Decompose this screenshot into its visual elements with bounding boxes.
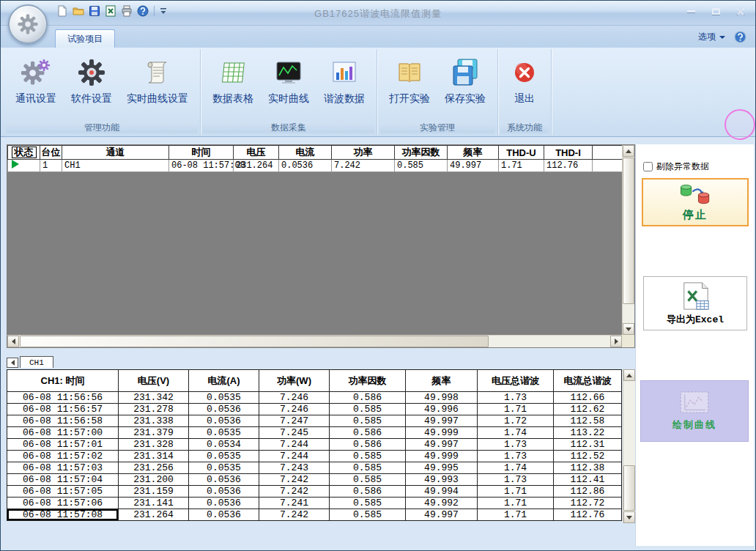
history-row[interactable]: 06-08 11:57:02231.3140.05357.2440.58549.… (7, 451, 622, 462)
live-channel-cell: CH1 (62, 160, 169, 172)
exclude-abnormal-checkbox[interactable] (643, 162, 653, 171)
button-label: 实时曲线 (268, 92, 309, 106)
history-row[interactable]: 06-08 11:57:01231.3280.05347.2440.58649.… (7, 439, 622, 451)
save-experiment-icon (451, 58, 480, 87)
application-menu-button[interactable] (8, 4, 48, 44)
scroll-right-button[interactable] (610, 336, 622, 347)
history-row[interactable]: 06-08 11:57:05231.1590.05367.2420.58649.… (7, 486, 622, 498)
history-value-cell: 0.585 (330, 451, 406, 462)
scroll-down-button[interactable] (623, 511, 635, 523)
live-horizontal-scrollbar[interactable] (7, 335, 622, 347)
realtime-curve-button[interactable]: 实时曲线 (261, 52, 316, 108)
ribbon-group-data-collection: 数据表格 实时曲线 谐波数据 (201, 49, 377, 135)
history-col-current-thd[interactable]: 电流总谐波 (554, 370, 622, 392)
history-value-cell: 0.0535 (189, 392, 259, 404)
curve-settings-icon (143, 58, 172, 87)
software-settings-button[interactable]: 软件设置 (64, 52, 119, 108)
group-label: 数据采集 (203, 122, 374, 133)
channel-tab-label: CH1 (29, 358, 44, 367)
curve-settings-button[interactable]: 实时曲线设置 (119, 52, 196, 108)
minimize-button[interactable] (682, 5, 700, 18)
live-row[interactable]: 1 CH1 06-08 11:57:08 231.264 0.0536 7.24… (8, 160, 623, 172)
history-col-power-factor[interactable]: 功率因数 (330, 370, 406, 392)
ribbon-tab-row: 试验项目 选项 (1, 26, 755, 48)
harmonic-data-icon (330, 58, 359, 87)
live-vertical-scrollbar[interactable] (622, 145, 634, 335)
live-col-status[interactable]: 状态 (8, 146, 40, 160)
scrollbar-thumb[interactable] (20, 336, 489, 347)
history-row[interactable]: 06-08 11:57:06231.1410.05367.2410.58549.… (7, 498, 622, 509)
history-value-cell: 231.314 (119, 451, 189, 462)
live-col-power[interactable]: 功率 (332, 146, 395, 160)
history-col-power[interactable]: 功率(W) (259, 370, 330, 392)
history-row[interactable]: 06-08 11:57:00231.3790.05357.2450.58649.… (7, 427, 622, 439)
draw-curve-icon (679, 391, 710, 414)
scrollbar-thumb[interactable] (623, 158, 634, 304)
export-excel-button[interactable]: 导出为Excel (643, 276, 747, 330)
history-value-cell: 0.0536 (189, 509, 259, 521)
data-table-button[interactable]: 数据表格 (205, 52, 261, 108)
channel-tab-ch1[interactable]: CH1 (20, 356, 53, 368)
software-settings-icon (77, 58, 106, 87)
draw-curve-button[interactable]: 绘制曲线 (640, 380, 749, 442)
excel-document-icon (678, 281, 712, 311)
exit-button[interactable]: 退出 (503, 52, 546, 108)
draw-curve-label: 绘制曲线 (672, 418, 716, 432)
realtime-curve-icon (274, 58, 303, 87)
history-time-cell: 06-08 11:57:01 (7, 439, 119, 451)
tabrow-right: 选项 (698, 29, 748, 45)
history-row[interactable]: 06-08 11:57:03231.2560.05357.2430.58549.… (7, 462, 622, 474)
live-col-current[interactable]: 电流 (279, 146, 332, 160)
history-value-cell: 1.74 (478, 462, 554, 474)
history-vertical-scrollbar[interactable] (623, 369, 635, 523)
scrollbar-thumb[interactable] (623, 465, 635, 511)
scroll-left-button[interactable] (7, 336, 19, 347)
history-row[interactable]: 06-08 11:57:04231.2000.05367.2420.58549.… (7, 474, 622, 486)
live-col-channel[interactable]: 通道 (62, 146, 169, 160)
live-col-power-factor[interactable]: 功率因数 (395, 146, 448, 160)
scroll-up-button[interactable] (623, 145, 634, 157)
live-col-frequency[interactable]: 频率 (448, 146, 499, 160)
live-filler-cell (593, 160, 623, 172)
arrow-up-icon (626, 149, 631, 153)
arrow-down-icon (626, 516, 632, 519)
history-col-voltage[interactable]: 电压(V) (119, 370, 189, 392)
scroll-down-button[interactable] (623, 323, 634, 335)
history-value-cell: 231.264 (119, 509, 189, 521)
group-label: 实验管理 (379, 122, 495, 133)
live-col-thd-u[interactable]: THD-U (499, 146, 544, 160)
options-menu-button[interactable]: 选项 (698, 31, 725, 43)
harmonic-data-button[interactable]: 谐波数据 (316, 52, 372, 108)
history-col-current[interactable]: 电流(A) (189, 370, 259, 392)
button-label: 实时曲线设置 (127, 92, 188, 106)
history-col-voltage-thd[interactable]: 电压总谐波 (478, 370, 554, 392)
close-button[interactable] (732, 5, 749, 18)
save-experiment-button[interactable]: 保存实验 (437, 52, 493, 108)
live-col-time[interactable]: 时间 (169, 146, 234, 160)
scroll-up-button[interactable] (623, 369, 635, 381)
history-row[interactable]: 06-08 11:57:08231.2640.05367.2420.58549.… (7, 509, 622, 521)
button-label: 谐波数据 (324, 92, 365, 106)
live-col-thd-i[interactable]: THD-I (544, 146, 593, 160)
history-value-cell: 49.998 (406, 392, 478, 404)
open-experiment-button[interactable]: 打开实验 (382, 52, 437, 108)
tab-test-project[interactable]: 试验项目 (55, 29, 115, 48)
tab-scroll-button[interactable] (7, 358, 18, 368)
maximize-button[interactable] (707, 5, 724, 18)
stop-button[interactable]: 停止 (642, 178, 749, 226)
history-row[interactable]: 06-08 11:56:56231.3420.05357.2460.58649.… (7, 392, 622, 404)
history-value-cell: 49.999 (406, 427, 478, 439)
history-value-cell: 0.585 (330, 462, 406, 474)
live-col-station[interactable]: 台位 (40, 146, 62, 160)
live-col-voltage[interactable]: 电压 (234, 146, 279, 160)
history-col-time[interactable]: CH1: 时间 (7, 370, 119, 392)
ribbon: 通讯设置 软件设置 实时曲线设置 管理功能 (1, 48, 755, 137)
history-value-cell: 113.22 (554, 427, 622, 439)
history-value-cell: 49.996 (406, 404, 478, 415)
history-row[interactable]: 06-08 11:56:58231.3380.05367.2470.58549.… (7, 415, 622, 427)
history-col-frequency[interactable]: 频率 (406, 370, 478, 392)
history-value-cell: 112.52 (554, 451, 622, 462)
comm-settings-button[interactable]: 通讯设置 (8, 52, 64, 108)
ribbon-help-button[interactable] (733, 29, 748, 45)
history-row[interactable]: 06-08 11:56:57231.2780.05367.2460.58549.… (7, 404, 622, 415)
